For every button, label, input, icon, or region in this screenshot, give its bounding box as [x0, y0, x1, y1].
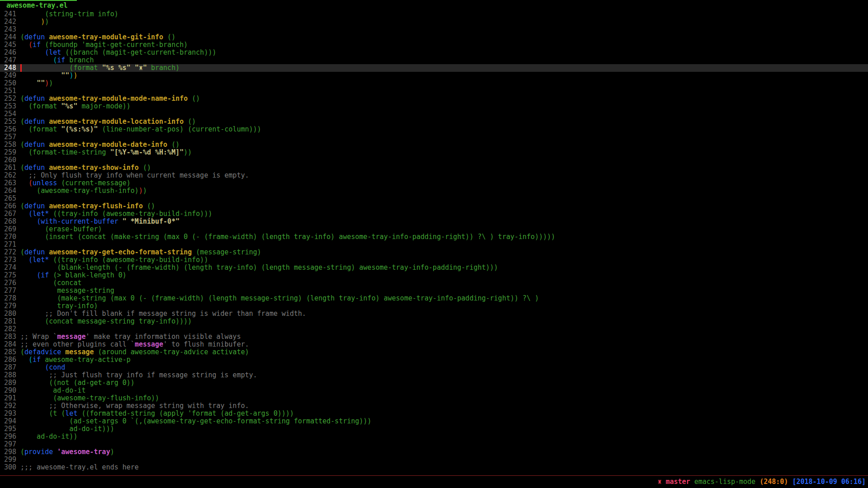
code-line[interactable]: 294 (ad-set-args 0 `(,(awesome-tray-get-…: [0, 418, 868, 425]
code-text: (insert (concat (make-string (max 0 (- (…: [20, 233, 555, 241]
line-number: 288: [0, 371, 20, 379]
code-line[interactable]: 264 (awesome-tray-flush-info))): [0, 187, 868, 195]
line-number: 251: [0, 87, 20, 95]
code-text: (format "(%s:%s)" (line-number-at-pos) (…: [20, 126, 261, 133]
code-line[interactable]: 279 tray-info): [0, 302, 868, 310]
code-line[interactable]: 271: [0, 241, 868, 249]
line-number: 290: [0, 387, 20, 394]
code-line[interactable]: 280 ;; Don't fill blank if message strin…: [0, 310, 868, 318]
code-line[interactable]: 257: [0, 133, 868, 141]
code-area[interactable]: 241 (string-trim info)242 ))243244(defun…: [0, 10, 868, 471]
line-number: 253: [0, 103, 20, 110]
code-line[interactable]: 299: [0, 456, 868, 464]
code-line[interactable]: 297: [0, 441, 868, 448]
code-line[interactable]: 282: [0, 325, 868, 333]
line-number: 244: [0, 33, 20, 41]
code-line[interactable]: 268 (with-current-buffer " *Minibuf-0*": [0, 218, 868, 225]
code-line[interactable]: 258(defun awesome-tray-module-date-info …: [0, 141, 868, 149]
code-text: )): [20, 18, 49, 26]
code-line[interactable]: 272(defun awesome-tray-get-echo-format-s…: [0, 249, 868, 256]
code-line[interactable]: 246 (let ((branch (magit-get-current-bra…: [0, 49, 868, 56]
code-line[interactable]: 286 (if awesome-tray-active-p: [0, 356, 868, 364]
code-line[interactable]: 289 ((not (ad-get-arg 0)): [0, 379, 868, 387]
code-line[interactable]: 300;;; awesome-tray.el ends here: [0, 464, 868, 471]
code-text: (concat: [20, 279, 81, 287]
code-line[interactable]: 249 "")): [0, 72, 868, 80]
code-text: (cond: [20, 364, 65, 371]
code-text: (let* ((tray-info (awesome-tray-build-in…: [20, 210, 212, 218]
line-number: 256: [0, 126, 20, 133]
code-line[interactable]: 247 (if branch: [0, 56, 868, 64]
code-line[interactable]: 287 (cond: [0, 364, 868, 371]
code-line[interactable]: 244(defun awesome-tray-module-git-info (…: [0, 33, 868, 41]
code-line[interactable]: 285(defadvice message (around awesome-tr…: [0, 348, 868, 356]
code-line[interactable]: 263 (unless (current-message): [0, 179, 868, 187]
line-number: 284: [0, 341, 20, 348]
code-line[interactable]: 295 ad-do-it))): [0, 425, 868, 433]
code-line-current[interactable]: 248 (format "%s %s" "♜" branch): [0, 64, 868, 72]
code-text: (format "%s %s" "♜" branch): [20, 64, 179, 72]
code-line[interactable]: 296 ad-do-it)): [0, 433, 868, 441]
code-line[interactable]: 293 (t (let ((formatted-string (apply 'f…: [0, 410, 868, 418]
code-text: (provide 'awesome-tray): [20, 448, 114, 456]
code-text: (format "%s" major-mode)): [20, 103, 131, 110]
line-number: 278: [0, 295, 20, 302]
code-text: (if (> blank-length 0): [20, 272, 127, 279]
line-number: 268: [0, 218, 20, 225]
code-text: (erase-buffer): [20, 225, 102, 233]
code-line[interactable]: 260: [0, 156, 868, 164]
line-number: 241: [0, 10, 20, 18]
code-text: (defadvice message (around awesome-tray-…: [20, 348, 249, 356]
code-line[interactable]: 253 (format "%s" major-mode)): [0, 103, 868, 110]
line-number: 280: [0, 310, 20, 318]
code-line[interactable]: 278 (make-string (max 0 (- (frame-width)…: [0, 295, 868, 302]
code-line[interactable]: 252(defun awesome-tray-module-mode-name-…: [0, 95, 868, 103]
code-line[interactable]: 298(provide 'awesome-tray): [0, 448, 868, 456]
code-line[interactable]: 281 (concat message-string tray-info)))): [0, 318, 868, 325]
code-line[interactable]: 245 (if (fboundp 'magit-get-current-bran…: [0, 41, 868, 49]
code-text: "")): [20, 80, 53, 87]
code-line[interactable]: 251: [0, 87, 868, 95]
line-number: 246: [0, 49, 20, 56]
code-line[interactable]: 288 ;; Just flush tray info if message s…: [0, 371, 868, 379]
code-line[interactable]: 269 (erase-buffer): [0, 225, 868, 233]
code-line[interactable]: 254: [0, 110, 868, 118]
code-line[interactable]: 284;; even other plugins call `message' …: [0, 341, 868, 348]
major-mode-indicator: emacs-lisp-mode: [690, 478, 756, 486]
code-line[interactable]: 277 message-string: [0, 287, 868, 295]
code-line[interactable]: 261(defun awesome-tray-show-info (): [0, 164, 868, 172]
code-line[interactable]: 275 (if (> blank-length 0): [0, 272, 868, 279]
line-number: 293: [0, 410, 20, 418]
code-line[interactable]: 266(defun awesome-tray-flush-info (): [0, 202, 868, 210]
code-text: ad-do-it))): [20, 425, 114, 433]
line-number: 274: [0, 264, 20, 272]
line-number: 255: [0, 118, 20, 126]
code-line[interactable]: 290 ad-do-it: [0, 387, 868, 394]
code-line[interactable]: 291 (awesome-tray-flush-info)): [0, 394, 868, 402]
code-line[interactable]: 267 (let* ((tray-info (awesome-tray-buil…: [0, 210, 868, 218]
code-line[interactable]: 276 (concat: [0, 279, 868, 287]
line-number: 294: [0, 418, 20, 425]
line-number: 259: [0, 149, 20, 156]
code-line[interactable]: 243: [0, 26, 868, 33]
code-line[interactable]: 241 (string-trim info): [0, 10, 868, 18]
code-line[interactable]: 242 )): [0, 18, 868, 26]
code-text: (defun awesome-tray-flush-info (): [20, 202, 155, 210]
code-line[interactable]: 250 "")): [0, 80, 868, 87]
code-line[interactable]: 270 (insert (concat (make-string (max 0 …: [0, 233, 868, 241]
line-number: 292: [0, 402, 20, 410]
code-line[interactable]: 292 ;; Otherwise, wrap message string wi…: [0, 402, 868, 410]
code-line[interactable]: 273 (let* ((tray-info (awesome-tray-buil…: [0, 256, 868, 264]
line-number: 242: [0, 18, 20, 26]
code-text: (with-current-buffer " *Minibuf-0*": [20, 218, 179, 225]
line-number: 271: [0, 241, 20, 249]
code-text: (let* ((tray-info (awesome-tray-build-in…: [20, 256, 208, 264]
code-line[interactable]: 262 ;; Only flush tray info when current…: [0, 172, 868, 179]
code-line[interactable]: 274 (blank-length (- (frame-width) (leng…: [0, 264, 868, 272]
code-line[interactable]: 265: [0, 195, 868, 202]
code-line[interactable]: 283;; Wrap `message' make tray informati…: [0, 333, 868, 341]
code-line[interactable]: 256 (format "(%s:%s)" (line-number-at-po…: [0, 126, 868, 133]
code-line[interactable]: 255(defun awesome-tray-module-location-i…: [0, 118, 868, 126]
line-number: 299: [0, 456, 20, 464]
code-line[interactable]: 259 (format-time-string "[%Y-%m-%d %H:%M…: [0, 149, 868, 156]
